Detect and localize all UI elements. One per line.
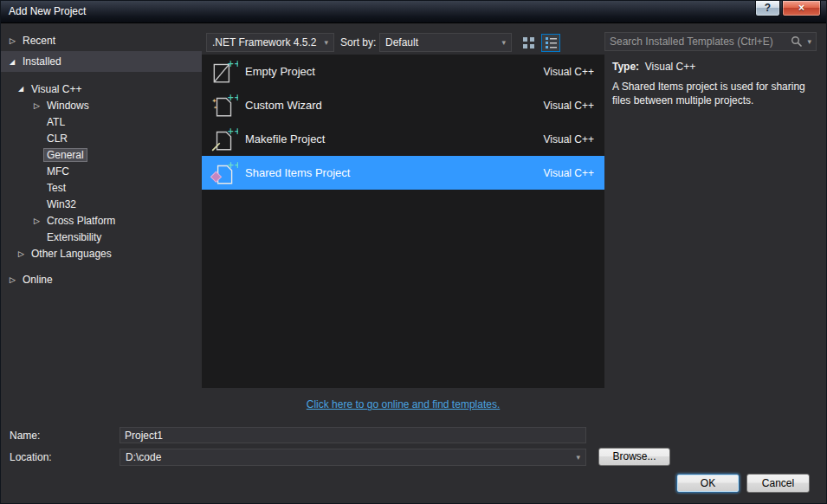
search-icon[interactable] bbox=[791, 36, 803, 48]
template-category-tree: ▷ Recent ◢ Installed ◢ Visual C++ ▷ Wind… bbox=[1, 30, 202, 290]
sort-dropdown[interactable]: Default ▾ bbox=[379, 33, 512, 52]
shared-items-project-icon: ++ bbox=[209, 159, 238, 187]
small-icons-view-button[interactable] bbox=[519, 34, 538, 52]
titlebar[interactable]: Add New Project ? × bbox=[1, 1, 826, 23]
chevron-right-icon[interactable]: ▷ bbox=[34, 216, 47, 225]
svg-text:++: ++ bbox=[227, 126, 238, 135]
chevron-expanded-icon[interactable]: ◢ bbox=[10, 58, 23, 66]
type-value: Visual C++ bbox=[645, 61, 695, 73]
help-button[interactable]: ? bbox=[755, 1, 780, 16]
close-icon: × bbox=[798, 2, 804, 14]
sidebar-item-extensibility[interactable]: Extensibility bbox=[1, 229, 202, 245]
sidebar-item-recent[interactable]: ▷ Recent bbox=[1, 30, 202, 51]
chevron-down-icon: ▾ bbox=[496, 38, 506, 47]
grid-view-icon bbox=[522, 36, 535, 49]
framework-dropdown[interactable]: .NET Framework 4.5.2 ▾ bbox=[206, 33, 334, 52]
type-label: Type: bbox=[612, 61, 639, 73]
sidebar-item-mfc[interactable]: MFC bbox=[1, 163, 202, 179]
close-button[interactable]: × bbox=[782, 1, 821, 16]
list-view-icon bbox=[545, 36, 558, 49]
sidebar-item-cross-platform[interactable]: ▷ Cross Platform bbox=[1, 212, 202, 229]
sidebar-item-general[interactable]: General bbox=[1, 146, 202, 163]
online-templates-link[interactable]: Click here to go online and find templat… bbox=[202, 398, 604, 410]
selected-category: General bbox=[43, 148, 87, 162]
svg-text:++: ++ bbox=[227, 58, 238, 68]
list-view-button[interactable] bbox=[541, 34, 560, 52]
template-row-shared-items-project[interactable]: ++ Shared Items Project Visual C++ bbox=[202, 156, 604, 190]
location-combobox[interactable]: D:\code ▾ bbox=[120, 449, 586, 466]
sidebar-item-windows[interactable]: ▷ Windows bbox=[1, 97, 202, 113]
template-list: ++ Empty Project Visual C++ ✦ ✦ ++ Custo… bbox=[202, 55, 604, 388]
chevron-down-icon[interactable]: ▾ bbox=[571, 453, 580, 462]
chevron-right-icon[interactable]: ▷ bbox=[10, 275, 23, 284]
help-icon: ? bbox=[765, 2, 771, 14]
add-new-project-dialog: Add New Project ? × ▷ Recent ◢ Installed… bbox=[0, 0, 827, 504]
custom-wizard-icon: ✦ ✦ ++ bbox=[209, 92, 238, 120]
project-name-input[interactable] bbox=[120, 427, 586, 443]
sidebar-item-visual-cpp[interactable]: ◢ Visual C++ bbox=[1, 81, 202, 97]
ok-button[interactable]: OK bbox=[676, 474, 740, 493]
sidebar-item-win32[interactable]: Win32 bbox=[1, 196, 202, 212]
chevron-down-icon[interactable]: ▾ bbox=[803, 37, 811, 46]
sidebar-item-test[interactable]: Test bbox=[1, 179, 202, 196]
sort-by-label: Sort by: bbox=[340, 36, 376, 48]
name-label: Name: bbox=[10, 430, 40, 442]
chevron-right-icon[interactable]: ▷ bbox=[18, 249, 31, 258]
location-label: Location: bbox=[10, 451, 52, 463]
sidebar-item-installed[interactable]: ◢ Installed bbox=[1, 51, 202, 72]
svg-text:✦: ✦ bbox=[211, 96, 216, 104]
sidebar-item-other-languages[interactable]: ▷ Other Languages bbox=[1, 245, 202, 262]
window-title: Add New Project bbox=[9, 5, 86, 17]
chevron-expanded-icon[interactable]: ◢ bbox=[18, 85, 31, 93]
cancel-button[interactable]: Cancel bbox=[746, 474, 810, 493]
template-row-custom-wizard[interactable]: ✦ ✦ ++ Custom Wizard Visual C++ bbox=[202, 88, 604, 122]
template-row-empty-project[interactable]: ++ Empty Project Visual C++ bbox=[202, 55, 604, 88]
chevron-right-icon[interactable]: ▷ bbox=[34, 101, 47, 110]
svg-text:✦: ✦ bbox=[213, 105, 217, 110]
template-info-panel: Type: Visual C++ A Shared Items project … bbox=[612, 61, 820, 107]
template-row-makefile-project[interactable]: ++ Makefile Project Visual C++ bbox=[202, 122, 604, 156]
svg-text:++: ++ bbox=[227, 92, 238, 101]
chevron-down-icon: ▾ bbox=[319, 38, 328, 47]
svg-text:++: ++ bbox=[227, 159, 238, 169]
sidebar-item-clr[interactable]: CLR bbox=[1, 130, 202, 146]
search-input[interactable] bbox=[610, 36, 791, 48]
empty-project-icon: ++ bbox=[209, 58, 238, 86]
browse-button[interactable]: Browse... bbox=[598, 448, 670, 466]
sidebar-item-online[interactable]: ▷ Online bbox=[1, 269, 202, 290]
search-box: ▾ bbox=[604, 32, 817, 51]
sidebar-item-atl[interactable]: ATL bbox=[1, 113, 202, 130]
makefile-project-icon: ++ bbox=[209, 126, 238, 153]
chevron-right-icon[interactable]: ▷ bbox=[10, 36, 23, 45]
template-description: A Shared Items project is used for shari… bbox=[612, 81, 820, 107]
